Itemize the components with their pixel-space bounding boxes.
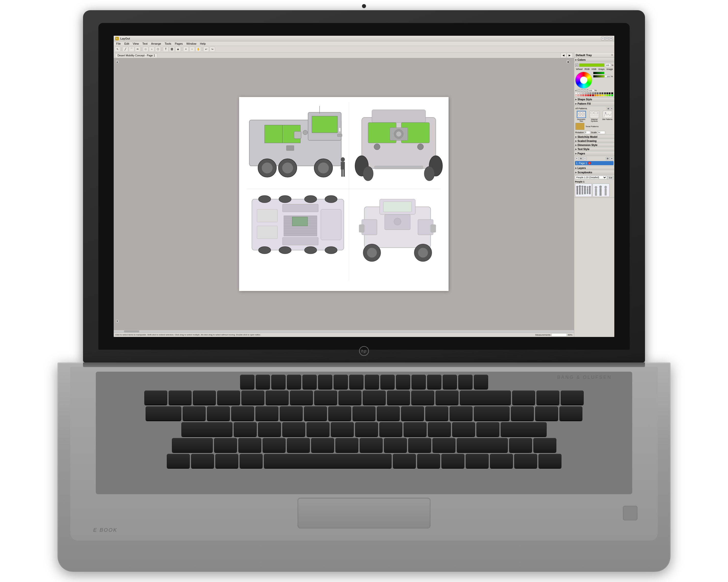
key-minus[interactable] (411, 391, 434, 405)
key-pause[interactable] (474, 375, 488, 389)
key-numpad-end[interactable] (534, 438, 556, 452)
key-period[interactable] (408, 438, 431, 452)
color-value-field[interactable]: 100 (605, 63, 611, 67)
colors-section-header[interactable]: ▶ Colors (574, 58, 614, 62)
key-down[interactable] (466, 454, 489, 468)
swatch[interactable] (606, 94, 608, 96)
measurements-field[interactable] (551, 333, 567, 336)
swatch[interactable] (609, 92, 610, 94)
tool-redo[interactable]: ↪ (209, 47, 215, 52)
layers-section[interactable]: ▶ Layers (574, 166, 614, 170)
key-home[interactable] (537, 391, 560, 405)
key-altgr[interactable] (393, 454, 416, 468)
scrap-thumb-1[interactable] (575, 184, 592, 197)
key-backslash[interactable] (474, 406, 510, 421)
menu-edit[interactable]: Edit (123, 42, 131, 46)
key-z[interactable] (214, 438, 237, 452)
move-page-up-button[interactable]: ↑ (583, 157, 587, 160)
add-page-button[interactable]: + (575, 157, 578, 160)
key-f8[interactable] (365, 375, 379, 389)
canvas-scroll-down[interactable]: ▼ (116, 320, 119, 323)
key-y[interactable] (304, 406, 327, 421)
key-2[interactable] (193, 391, 216, 405)
duplicate-page-button[interactable]: ⧉ (579, 157, 583, 160)
pattern-geometric[interactable]: Geometric Tiles (575, 111, 587, 122)
key-v[interactable] (287, 438, 310, 452)
key-a[interactable] (234, 422, 257, 437)
canvas-next[interactable]: ▶ (567, 53, 572, 58)
key-i[interactable] (353, 406, 375, 421)
key-j[interactable] (379, 422, 402, 437)
scrapbook-edit-button[interactable]: Edit (607, 176, 614, 180)
sketchup-model-section[interactable]: ▶ SketchUp Model (574, 135, 614, 139)
swatch[interactable] (592, 92, 594, 94)
pattern-grid-view[interactable]: ⊞ (607, 107, 610, 110)
key-pgdn[interactable] (560, 406, 582, 421)
key-tilde[interactable] (144, 391, 167, 405)
key-h[interactable] (355, 422, 378, 437)
swatch[interactable] (592, 94, 594, 96)
swatch[interactable] (582, 92, 584, 94)
key-g[interactable] (331, 422, 354, 437)
key-ctrl[interactable] (167, 454, 190, 468)
scale-field[interactable]: 1x (597, 131, 605, 134)
tab-hsb[interactable]: HSB (591, 67, 597, 71)
key-t[interactable] (280, 406, 303, 421)
key-rctrl[interactable] (417, 454, 440, 468)
key-x[interactable] (238, 438, 261, 452)
key-prtsc[interactable] (443, 375, 457, 389)
key-right[interactable] (490, 454, 513, 468)
canvas-prev[interactable]: ◀ (561, 53, 566, 58)
key-f[interactable] (307, 422, 330, 437)
key-f10[interactable] (396, 375, 410, 389)
key-f1[interactable] (256, 375, 270, 389)
opacity-value[interactable]: 100 (589, 89, 594, 92)
key-l[interactable] (428, 422, 451, 437)
key-5[interactable] (266, 391, 289, 405)
key-0[interactable] (387, 391, 410, 405)
key-pgup[interactable] (561, 391, 584, 405)
swatch[interactable] (575, 94, 577, 96)
key-n[interactable] (335, 438, 358, 452)
key-f4[interactable] (303, 375, 317, 389)
key-1[interactable] (168, 391, 191, 405)
tool-arc[interactable]: ⌒ (129, 47, 134, 52)
swatch[interactable] (585, 94, 587, 96)
key-e[interactable] (231, 406, 254, 421)
key-del[interactable] (511, 406, 534, 421)
pages-section-header[interactable]: ▶ Pages (574, 151, 614, 156)
menu-text[interactable]: Text (141, 42, 149, 46)
document-tab[interactable]: Desert Mobility Concept - Page 1 (115, 53, 157, 57)
menu-window[interactable]: Window (185, 42, 198, 46)
swatch[interactable] (580, 94, 582, 96)
swatch[interactable] (582, 94, 584, 96)
tonal-thumb[interactable] (575, 123, 584, 130)
menu-view[interactable]: View (131, 42, 140, 46)
swatch[interactable] (587, 94, 589, 96)
key-numpad-del[interactable] (539, 454, 562, 468)
minimize-button[interactable]: − (601, 37, 605, 40)
fingerprint-sensor[interactable] (623, 506, 637, 520)
text-style-section[interactable]: ▶ Text Style (574, 147, 614, 151)
key-8[interactable] (338, 391, 361, 405)
swatch[interactable] (597, 94, 598, 96)
swatch[interactable] (577, 94, 579, 96)
swatch[interactable] (606, 92, 608, 94)
tool-freehand[interactable]: ✏ (135, 47, 140, 52)
swatch[interactable] (594, 94, 596, 96)
scrapbook-dropdown[interactable]: People 1:20 (Detailed) People 1:50 Vehic… (575, 176, 607, 179)
key-space[interactable] (264, 454, 392, 468)
key-f7[interactable] (349, 375, 363, 389)
key-9[interactable] (363, 391, 386, 405)
key-lwin[interactable] (215, 454, 238, 468)
shape-style-section[interactable]: ▶ Shape Style (574, 98, 614, 102)
key-lbracket[interactable] (425, 406, 448, 421)
key-numpad-ins[interactable] (514, 454, 537, 468)
key-f11[interactable] (412, 375, 426, 389)
key-rbracket[interactable] (449, 406, 473, 421)
key-b[interactable] (311, 438, 334, 452)
dimension-style-section[interactable]: ▶ Dimension Style (574, 143, 614, 147)
key-w[interactable] (207, 406, 230, 421)
key-enter[interactable] (501, 422, 547, 437)
swatch[interactable] (602, 94, 603, 96)
